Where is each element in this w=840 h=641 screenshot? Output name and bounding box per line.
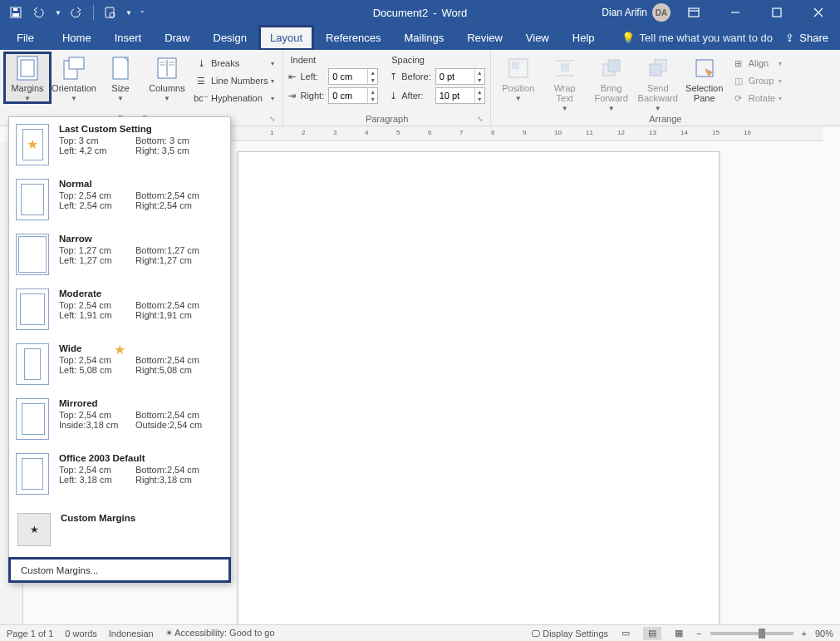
rotate-icon: ⟳: [732, 91, 745, 105]
status-accessibility[interactable]: ✴ Accessibility: Good to go: [165, 628, 275, 639]
view-print-layout[interactable]: ▤: [643, 627, 661, 640]
display-settings-button[interactable]: 🖵 Display Settings: [531, 629, 608, 639]
save-button[interactable]: [5, 2, 27, 23]
page-setup-launcher[interactable]: ⤡: [269, 115, 276, 123]
columns-icon: [154, 55, 180, 81]
close-button[interactable]: [800, 0, 837, 25]
indent-left-input[interactable]: ▲▼: [328, 68, 378, 85]
indent-left-icon: ⇤: [288, 71, 296, 82]
bring-forward-button[interactable]: Bring Forward▼: [589, 53, 634, 112]
tab-layout[interactable]: Layout: [258, 25, 314, 51]
position-button[interactable]: Position▼: [496, 53, 541, 102]
size-icon: [107, 55, 134, 81]
ribbon-display-options-button[interactable]: [675, 0, 712, 25]
indent-right-input[interactable]: ▲▼: [328, 87, 378, 104]
accessibility-icon: ✴: [165, 628, 173, 638]
custom-margins-link[interactable]: Custom Margins...: [9, 558, 230, 582]
margin-preview-icon: [16, 288, 49, 330]
send-backward-icon: [645, 55, 671, 81]
undo-dropdown[interactable]: ▼: [52, 9, 65, 17]
undo-button[interactable]: [28, 2, 50, 23]
svg-rect-26: [650, 64, 661, 76]
hyphenation-button[interactable]: bc⁻Hyphenation▾: [191, 91, 278, 106]
spacing-before-input[interactable]: ▲▼: [435, 68, 485, 85]
hyphenation-icon: bc⁻: [194, 91, 208, 105]
align-button[interactable]: ⊞Align▾: [729, 56, 785, 71]
selection-pane-button[interactable]: Selection Pane: [682, 53, 727, 103]
lightbulb-icon: 💡: [621, 32, 635, 44]
tab-draw[interactable]: Draw: [153, 25, 201, 50]
tab-insert[interactable]: Insert: [103, 25, 154, 50]
spacing-after-input[interactable]: ▲▼: [435, 87, 485, 104]
size-button[interactable]: Size ▼: [98, 53, 143, 102]
minimize-button[interactable]: [717, 0, 754, 25]
indent-heading: Indent: [288, 53, 378, 68]
tab-home[interactable]: Home: [51, 25, 103, 50]
window-title: Document2 - Word: [373, 7, 468, 19]
redo-button[interactable]: [66, 2, 88, 23]
app-name: Word: [442, 7, 468, 19]
margin-option-office2003[interactable]: Office 2003 Default Top: 2,54 cmBottom:2…: [9, 446, 230, 501]
svg-rect-5: [689, 8, 699, 17]
margin-preview-icon: [16, 179, 49, 220]
wrap-text-button[interactable]: Wrap Text▼: [543, 53, 587, 112]
rotate-button[interactable]: ⟳Rotate▾: [729, 91, 785, 106]
ribbon-layout: Margins ▼ Orientation ▼ Size ▼ Columns ▼…: [0, 50, 840, 126]
align-icon: ⊞: [732, 57, 745, 70]
svg-rect-1: [12, 13, 19, 17]
margin-option-custom-preview[interactable]: ★ Custom Margins: [9, 501, 230, 558]
svg-rect-10: [69, 57, 84, 69]
tab-file[interactable]: File: [5, 25, 46, 50]
maximize-button[interactable]: [759, 0, 795, 25]
paragraph-launcher[interactable]: ⤡: [477, 115, 484, 123]
breaks-button[interactable]: ⤓Breaks▾: [191, 56, 278, 71]
status-page[interactable]: Page 1 of 1: [7, 629, 53, 639]
share-button[interactable]: ⇪ Share: [774, 25, 840, 50]
margin-option-normal[interactable]: Normal Top: 2,54 cmBottom:2,54 cmLeft: 2…: [9, 172, 230, 227]
group-label: Arrange: [649, 114, 681, 124]
margin-option-moderate[interactable]: Moderate Top: 2,54 cmBottom:2,54 cmLeft:…: [9, 282, 230, 337]
svg-rect-20: [561, 63, 569, 71]
svg-rect-24: [608, 60, 620, 71]
user-name[interactable]: Dian Arifin: [602, 7, 647, 18]
margin-option-mirrored[interactable]: Mirrored Top: 2,54 cmBottom:2,54 cmInsid…: [9, 392, 230, 446]
touch-mode-dropdown[interactable]: ▼: [122, 9, 135, 17]
columns-button[interactable]: Columns ▼: [145, 53, 189, 102]
tab-design[interactable]: Design: [202, 25, 258, 50]
group-button[interactable]: ◫Group▾: [729, 73, 785, 88]
status-words[interactable]: 0 words: [65, 629, 97, 639]
view-read-mode[interactable]: ▭: [616, 627, 635, 640]
tab-view[interactable]: View: [514, 25, 561, 50]
display-icon: 🖵: [531, 629, 540, 639]
touch-mode-button[interactable]: [99, 2, 120, 23]
user-avatar[interactable]: DA: [652, 3, 671, 22]
margin-preview-icon: [16, 124, 49, 165]
tab-mailings[interactable]: Mailings: [393, 25, 456, 50]
qa-customize-button[interactable]: ⁼: [137, 9, 147, 17]
position-icon: [505, 55, 532, 81]
line-numbers-button[interactable]: ☰Line Numbers▾: [191, 73, 278, 88]
spacing-after-icon: ⤓: [390, 91, 397, 101]
zoom-out-button[interactable]: −: [696, 629, 701, 639]
margin-option-narrow[interactable]: Narrow Top: 1,27 cmBottom:1,27 cmLeft: 1…: [9, 227, 230, 282]
margins-button[interactable]: Margins ▼: [5, 53, 50, 102]
document-page[interactable]: [238, 151, 720, 624]
selection-pane-icon: [691, 55, 718, 81]
orientation-icon: [61, 55, 87, 81]
send-backward-button[interactable]: Send Backward▼: [636, 53, 680, 112]
margin-preview-icon: [16, 453, 49, 495]
chevron-down-icon: ▼: [164, 95, 170, 102]
zoom-in-button[interactable]: +: [802, 629, 807, 639]
zoom-level[interactable]: 90%: [815, 629, 833, 639]
orientation-button[interactable]: Orientation ▼: [52, 53, 96, 102]
tell-me-search[interactable]: 💡 Tell me what you want to do: [621, 25, 773, 50]
tab-help[interactable]: Help: [561, 25, 607, 50]
tab-review[interactable]: Review: [455, 25, 514, 50]
quick-access-toolbar: ▼ ▼ ⁼: [0, 2, 147, 23]
tab-references[interactable]: References: [314, 25, 392, 50]
zoom-slider[interactable]: [710, 632, 793, 635]
view-web-layout[interactable]: ▦: [670, 627, 688, 640]
status-bar: Page 1 of 1 0 words Indonesian ✴ Accessi…: [0, 624, 840, 641]
margin-option-last-custom[interactable]: Last Custom Setting Top: 3 cmBottom: 3 c…: [9, 117, 230, 172]
status-language[interactable]: Indonesian: [109, 629, 154, 639]
